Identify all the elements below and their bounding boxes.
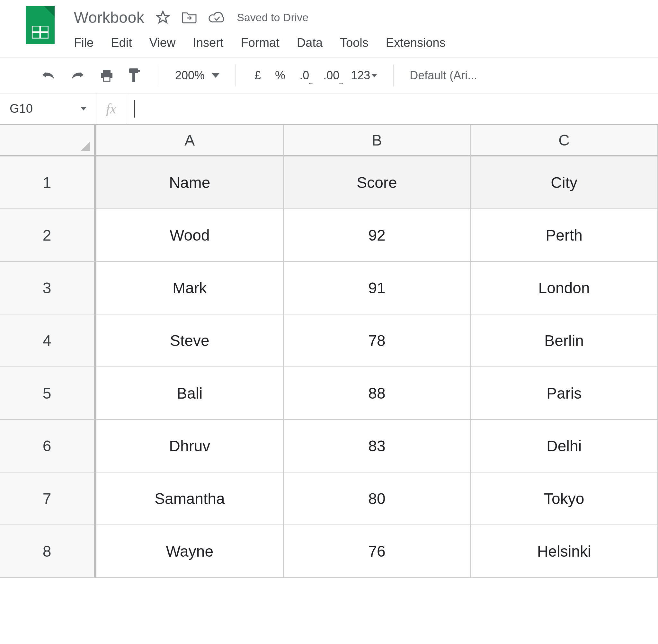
cell[interactable]: Name bbox=[96, 156, 284, 209]
undo-button[interactable] bbox=[39, 69, 58, 82]
cell[interactable]: Steve bbox=[96, 315, 284, 367]
decrease-decimal-button[interactable]: .0 ← bbox=[297, 67, 312, 84]
row-header[interactable]: 8 bbox=[0, 525, 96, 578]
increase-decimal-button[interactable]: .00 → bbox=[321, 67, 342, 84]
cell[interactable]: 92 bbox=[284, 209, 471, 262]
document-title[interactable]: Workbook bbox=[74, 9, 144, 26]
svg-rect-7 bbox=[129, 68, 138, 73]
svg-rect-6 bbox=[104, 77, 110, 81]
row-header[interactable]: 1 bbox=[0, 156, 96, 209]
name-box-value: G10 bbox=[9, 102, 33, 116]
menu-data[interactable]: Data bbox=[297, 36, 323, 50]
text-cursor bbox=[134, 100, 135, 118]
svg-marker-3 bbox=[157, 12, 169, 23]
more-formats-dropdown[interactable]: 123 bbox=[351, 69, 377, 82]
row-header[interactable]: 5 bbox=[0, 367, 96, 420]
right-arrow-icon: → bbox=[338, 80, 344, 87]
cell[interactable]: Paris bbox=[471, 367, 658, 420]
menu-insert[interactable]: Insert bbox=[193, 36, 223, 50]
cell[interactable]: 76 bbox=[284, 525, 471, 578]
left-arrow-icon: ← bbox=[308, 80, 314, 87]
paint-format-button[interactable] bbox=[126, 67, 143, 85]
increase-decimal-label: .00 bbox=[323, 69, 339, 82]
menu-view[interactable]: View bbox=[150, 36, 176, 50]
formula-bar[interactable] bbox=[126, 93, 658, 124]
name-box[interactable]: G10 bbox=[0, 93, 96, 124]
caret-down-icon bbox=[81, 107, 86, 111]
font-family-dropdown[interactable]: Default (Ari... bbox=[410, 69, 477, 82]
menu-file[interactable]: File bbox=[74, 36, 93, 50]
cell[interactable]: 88 bbox=[284, 367, 471, 420]
cell[interactable]: 83 bbox=[284, 420, 471, 473]
cell[interactable]: Perth bbox=[471, 209, 658, 262]
sheets-grid-icon bbox=[32, 26, 48, 39]
cloud-saved-icon[interactable] bbox=[208, 11, 225, 24]
cell[interactable]: Helsinki bbox=[471, 525, 658, 578]
menu-tools[interactable]: Tools bbox=[340, 36, 368, 50]
menubar: File Edit View Insert Format Data Tools … bbox=[74, 29, 446, 50]
format-as-percent-button[interactable]: % bbox=[272, 67, 288, 84]
caret-down-icon bbox=[212, 73, 220, 78]
spreadsheet-grid[interactable]: ABC1NameScoreCity2Wood92Perth3Mark91Lond… bbox=[0, 124, 658, 578]
sheets-logo[interactable] bbox=[26, 6, 54, 44]
cell[interactable]: 91 bbox=[284, 262, 471, 315]
cell[interactable]: City bbox=[471, 156, 658, 209]
svg-rect-9 bbox=[132, 73, 135, 82]
row-header[interactable]: 3 bbox=[0, 262, 96, 315]
num-format-label: 123 bbox=[351, 69, 370, 82]
cell[interactable]: London bbox=[471, 262, 658, 315]
toolbar-divider bbox=[159, 65, 159, 86]
svg-rect-8 bbox=[137, 70, 140, 72]
star-icon[interactable] bbox=[156, 10, 170, 24]
cell[interactable]: Bali bbox=[96, 367, 284, 420]
cell[interactable]: Tokyo bbox=[471, 473, 658, 525]
row-header[interactable]: 6 bbox=[0, 420, 96, 473]
cell[interactable]: Score bbox=[284, 156, 471, 209]
save-status: Saved to Drive bbox=[237, 11, 309, 24]
print-button[interactable] bbox=[98, 67, 116, 84]
cell[interactable]: Samantha bbox=[96, 473, 284, 525]
cell[interactable]: Mark bbox=[96, 262, 284, 315]
cell[interactable]: Dhruv bbox=[96, 420, 284, 473]
row-header[interactable]: 4 bbox=[0, 315, 96, 367]
cell[interactable]: Wayne bbox=[96, 525, 284, 578]
column-header[interactable]: A bbox=[96, 125, 284, 156]
menu-extensions[interactable]: Extensions bbox=[386, 36, 446, 50]
cell[interactable]: Berlin bbox=[471, 315, 658, 367]
toolbar-divider bbox=[235, 65, 236, 86]
toolbar: 200% £ % .0 ← .00 → 123 Default (Ari... bbox=[0, 58, 658, 93]
cell[interactable]: 80 bbox=[284, 473, 471, 525]
column-header[interactable]: B bbox=[284, 125, 471, 156]
zoom-value: 200% bbox=[175, 69, 205, 82]
move-to-folder-icon[interactable] bbox=[182, 11, 197, 24]
column-header[interactable]: C bbox=[471, 125, 658, 156]
menu-format[interactable]: Format bbox=[241, 36, 279, 50]
zoom-dropdown[interactable]: 200% bbox=[175, 69, 220, 82]
row-header[interactable]: 2 bbox=[0, 209, 96, 262]
cell[interactable]: Delhi bbox=[471, 420, 658, 473]
svg-rect-4 bbox=[103, 70, 111, 73]
format-as-currency-button[interactable]: £ bbox=[252, 67, 264, 84]
row-header[interactable]: 7 bbox=[0, 473, 96, 525]
cell[interactable]: Wood bbox=[96, 209, 284, 262]
fx-label: fx bbox=[96, 93, 126, 124]
redo-button[interactable] bbox=[68, 69, 87, 82]
cell[interactable]: 78 bbox=[284, 315, 471, 367]
toolbar-divider bbox=[393, 65, 393, 86]
menu-edit[interactable]: Edit bbox=[111, 36, 132, 50]
select-all-corner[interactable] bbox=[0, 125, 96, 156]
caret-down-icon bbox=[371, 74, 377, 77]
